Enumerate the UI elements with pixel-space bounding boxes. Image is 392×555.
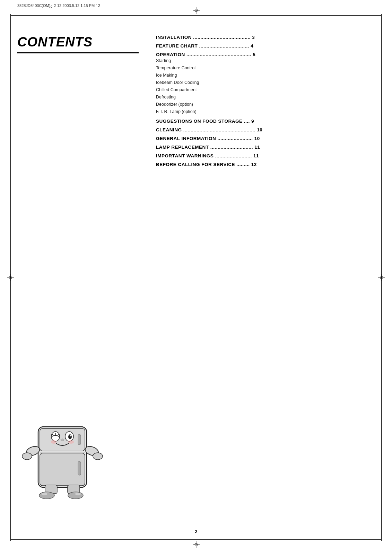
svg-point-24: [68, 440, 74, 444]
crosshair-left: [7, 274, 14, 281]
page-title: CONTENTS: [17, 35, 139, 53]
sub-ice-making: Ice Making: [156, 72, 375, 79]
toc-label-lamp-replacement: LAMP REPLACEMENT .......................…: [156, 145, 375, 150]
toc-entry-feature-chart: FEATURE CHART ..........................…: [156, 43, 375, 49]
toc-entry-before-calling: BEFORE CALLING FOR SERVICE ......... 12: [156, 162, 375, 167]
toc-entry-food-storage: SUGGESTIONS ON FOOD STORAGE .... 9: [156, 119, 375, 124]
mascot-illustration: [17, 416, 114, 510]
toc-entry-cleaning: CLEANING ...............................…: [156, 127, 375, 132]
svg-point-36: [68, 492, 83, 499]
svg-point-37: [75, 493, 81, 495]
top-border-inner: [10, 15, 382, 16]
toc-label-cleaning: CLEANING ...............................…: [156, 127, 375, 132]
toc-entry-general-info: GENERAL INFORMATION ....................…: [156, 136, 375, 141]
svg-point-29: [22, 453, 32, 460]
top-border-outer: [10, 14, 382, 14]
bottom-border-inner: [10, 539, 382, 540]
mascot-container: [17, 416, 114, 510]
svg-point-23: [51, 440, 56, 444]
crosshair-bottom: [193, 541, 200, 548]
crosshair-top: [193, 7, 200, 14]
sub-defrosting: Defrosting: [156, 94, 375, 101]
toc-entry-lamp-replacement: LAMP REPLACEMENT .......................…: [156, 145, 375, 150]
toc-label-important-warnings: IMPORTANT WARNINGS .....................…: [156, 153, 375, 158]
sub-deodorizer: Deodorizer (option): [156, 101, 375, 108]
toc-entry-important-warnings: IMPORTANT WARNINGS .....................…: [156, 153, 375, 158]
toc-label-general-info: GENERAL INFORMATION ....................…: [156, 136, 375, 141]
toc-label-operation: OPERATION ..............................…: [156, 52, 375, 57]
toc-entry-installation: INSTALLATION ...........................…: [156, 35, 375, 40]
toc-sub-operation: Starting Temperature Control Ice Making …: [156, 57, 375, 115]
page: 3828JD8403C(OM)¿ 2-12 2003.5.12 1:15 PM …: [0, 0, 392, 555]
crosshair-right: [378, 274, 385, 281]
sub-starting: Starting: [156, 57, 375, 64]
svg-point-22: [61, 439, 64, 441]
toc-label-food-storage: SUGGESTIONS ON FOOD STORAGE .... 9: [156, 119, 375, 124]
sub-temp-control: Temperature Control: [156, 64, 375, 71]
sub-fir-lamp: F. I. R. Lamp (option): [156, 108, 375, 115]
doc-header-text: 3828JD8403C(OM)¿ 2-12 2003.5.12 1:15 PM …: [17, 3, 100, 8]
page-number: 2: [195, 529, 197, 534]
sub-chilled: Chilled Compartment: [156, 86, 375, 93]
toc-column: INSTALLATION ...........................…: [149, 28, 375, 534]
svg-rect-26: [78, 461, 81, 475]
sub-icebeam: Icebeam Door Cooling: [156, 79, 375, 86]
doc-header: 3828JD8403C(OM)¿ 2-12 2003.5.12 1:15 PM …: [17, 3, 100, 8]
svg-rect-25: [78, 434, 81, 445]
svg-point-34: [42, 493, 47, 495]
svg-point-18: [70, 435, 71, 436]
svg-point-31: [93, 453, 103, 460]
toc-label-before-calling: BEFORE CALLING FOR SERVICE ......... 12: [156, 162, 375, 167]
toc-label-feature-chart: FEATURE CHART ..........................…: [156, 43, 375, 49]
toc-label-installation: INSTALLATION ...........................…: [156, 35, 375, 40]
svg-point-17: [68, 434, 72, 439]
svg-point-33: [39, 492, 54, 499]
toc-entry-operation: OPERATION ..............................…: [156, 52, 375, 115]
